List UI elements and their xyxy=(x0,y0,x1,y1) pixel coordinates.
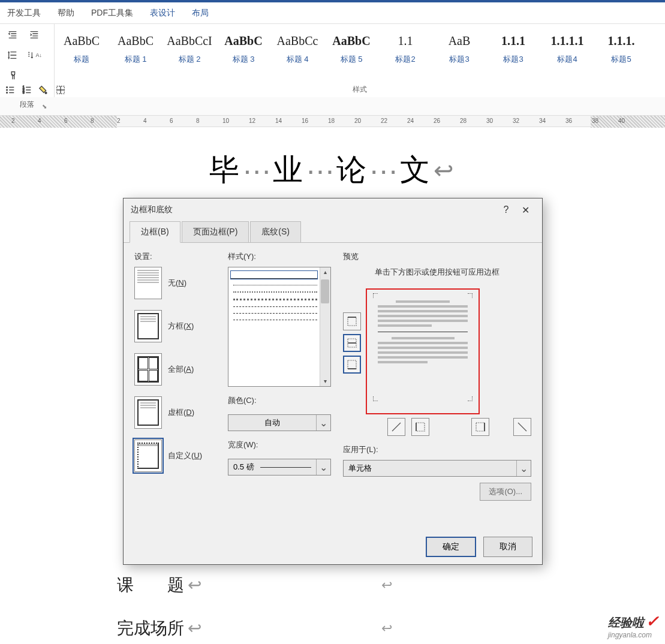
style-item[interactable]: AaB标题3 xyxy=(432,24,486,82)
borders-shading-dialog: 边框和底纹 ? ✕ 边框(B) 页面边框(P) 底纹(S) 设置: 无(N)方框… xyxy=(123,198,543,565)
style-item[interactable]: AaBbC标题 xyxy=(55,24,109,82)
apply-to-label: 应用于(L): xyxy=(343,444,531,455)
dialog-launcher-icon[interactable]: ⬊ xyxy=(42,103,47,110)
style-item[interactable]: 1.1.1.标题5 xyxy=(594,24,648,82)
style-item[interactable]: 1.1.1.1标题4 xyxy=(540,24,594,82)
scroll-up-icon[interactable]: ▴ xyxy=(321,269,329,276)
menu-layout[interactable]: 布局 xyxy=(192,8,209,19)
doc-title: 毕···业···论···文↩ xyxy=(117,150,549,190)
numbering-icon[interactable]: 123 xyxy=(22,83,32,97)
line-spacing-icon[interactable] xyxy=(5,48,20,62)
shading-icon[interactable] xyxy=(38,83,49,97)
sort-icon[interactable]: A↓ xyxy=(26,48,42,62)
svg-rect-10 xyxy=(416,423,425,431)
options-button[interactable]: 选项(O)... xyxy=(480,483,531,501)
color-combo[interactable]: 自动⌄ xyxy=(228,414,331,431)
style-item[interactable]: 1.1.1标题3 xyxy=(486,24,540,82)
tab-page-borders[interactable]: 页面边框(P) xyxy=(182,221,249,242)
width-combo[interactable]: 0.5 磅⌄ xyxy=(228,459,331,476)
setting-dash[interactable]: 虚框(D) xyxy=(134,396,216,429)
help-icon[interactable]: ? xyxy=(497,200,516,219)
border-top-button[interactable] xyxy=(343,312,361,330)
show-marks-icon[interactable] xyxy=(5,68,20,83)
svg-rect-9 xyxy=(348,360,356,369)
svg-rect-7 xyxy=(348,317,356,326)
menu-table-design[interactable]: 表设计 xyxy=(150,8,175,19)
watermark: 经验啦 ✓ jingyanla.com xyxy=(608,612,659,639)
svg-point-2 xyxy=(7,92,8,94)
chevron-down-icon[interactable]: ⌄ xyxy=(516,461,531,476)
menu-bar: 开发工具 帮助 PDF工具集 表设计 布局 xyxy=(0,2,665,24)
preview-label: 预览 xyxy=(343,251,531,262)
styles-group-label: 样式 xyxy=(55,82,665,97)
cancel-button[interactable]: 取消 xyxy=(483,537,532,557)
ribbon: A↓ 123 段落⬊ AaBbC标题AaBbC标题 1AaBbCcI标题 2Aa… xyxy=(0,24,665,97)
menu-help[interactable]: 帮助 xyxy=(58,8,74,19)
scroll-thumb[interactable] xyxy=(321,279,329,303)
preview-page[interactable] xyxy=(366,288,480,414)
tab-shading[interactable]: 底纹(S) xyxy=(250,221,301,242)
bullets-icon[interactable] xyxy=(5,83,16,97)
style-item[interactable]: AaBbCc标题 4 xyxy=(270,24,324,82)
dialog-tabs: 边框(B) 页面边框(P) 底纹(S) xyxy=(124,221,542,243)
border-hmiddle-button[interactable] xyxy=(343,334,361,352)
width-label: 宽度(W): xyxy=(228,440,331,450)
scroll-down-icon[interactable]: ▾ xyxy=(321,378,329,385)
menu-pdf[interactable]: PDF工具集 xyxy=(91,8,133,19)
border-diag2-button[interactable] xyxy=(513,418,531,436)
ruler[interactable]: 2468101214161820222426283032343638408642 xyxy=(0,115,665,127)
scrollbar[interactable]: ▴ ▾ xyxy=(320,267,330,386)
settings-label: 设置: xyxy=(134,251,216,262)
styles-gallery[interactable]: AaBbC标题AaBbC标题 1AaBbCcI标题 2AaBbC标题 3AaBb… xyxy=(55,24,665,82)
tab-borders[interactable]: 边框(B) xyxy=(130,221,180,243)
indent-decrease-icon[interactable] xyxy=(5,28,20,42)
document-page: 毕···业···论···文↩ xyxy=(117,150,549,190)
chevron-down-icon[interactable]: ⌄ xyxy=(316,459,330,475)
border-right-button[interactable] xyxy=(471,418,489,436)
svg-text:3: 3 xyxy=(23,91,25,94)
ok-button[interactable]: 确定 xyxy=(426,537,476,557)
menu-dev-tools[interactable]: 开发工具 xyxy=(7,8,41,19)
color-label: 颜色(C): xyxy=(228,395,331,406)
style-item[interactable]: AaBbC标题 5 xyxy=(324,24,378,82)
setting-none[interactable]: 无(N) xyxy=(134,267,216,299)
dialog-title: 边框和底纹 xyxy=(131,204,173,215)
setting-box[interactable]: 方框(X) xyxy=(134,310,216,342)
border-diag-button[interactable] xyxy=(387,418,405,436)
svg-rect-11 xyxy=(476,423,485,431)
paragraph-group-label: 段落⬊ xyxy=(5,97,49,112)
indent-increase-icon[interactable] xyxy=(26,28,42,42)
style-item[interactable]: AaBbC标题 3 xyxy=(216,24,270,82)
chevron-down-icon[interactable]: ⌄ xyxy=(316,415,330,431)
apply-to-combo[interactable]: 单元格⌄ xyxy=(343,460,531,477)
style-item[interactable]: AaBbCcI标题 2 xyxy=(163,24,216,82)
svg-point-1 xyxy=(7,89,8,91)
preview-hint: 单击下方图示或使用按钮可应用边框 xyxy=(343,267,531,278)
border-bottom-button[interactable] xyxy=(343,356,361,374)
style-item[interactable]: AaBbC标题 1 xyxy=(109,24,163,82)
close-icon[interactable]: ✕ xyxy=(516,200,535,219)
style-item[interactable]: 1.1标题2 xyxy=(378,24,432,82)
setting-all[interactable]: 全部(A) xyxy=(134,353,216,386)
style-label: 样式(Y): xyxy=(228,251,331,262)
line-style-list[interactable]: ▴ ▾ xyxy=(228,267,331,387)
border-left-button[interactable] xyxy=(411,418,429,436)
svg-point-0 xyxy=(7,87,8,88)
setting-custom[interactable]: 自定义(U) xyxy=(134,440,216,472)
